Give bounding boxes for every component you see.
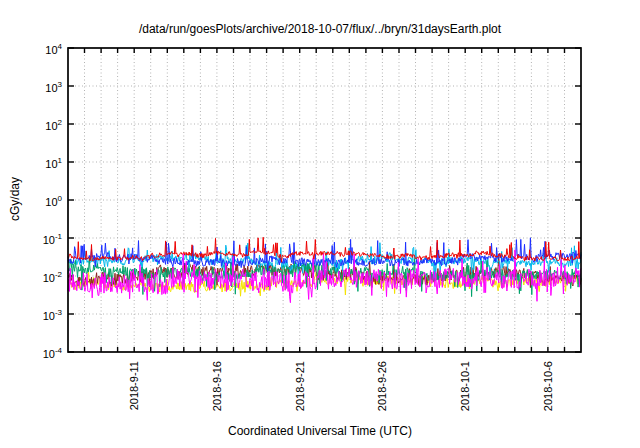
x-tick-label: 2018-9-21	[294, 361, 306, 411]
x-tick-label: 2018-10-6	[542, 361, 554, 411]
y-tick-label: 10-1	[2, 230, 62, 247]
y-tick-label: 102	[2, 116, 62, 133]
x-tick-label: 2018-9-26	[376, 361, 388, 411]
y-tick-label: 101	[2, 154, 62, 171]
y-tick-label: 100	[2, 192, 62, 209]
y-tick-label: 10-4	[2, 344, 62, 361]
plot-title: /data/run/goesPlots/archive/2018-10-07/f…	[0, 22, 640, 36]
plot-window: 2018-9-112018-9-162018-9-212018-9-262018…	[0, 0, 640, 448]
x-tick-label: 2018-9-11	[128, 361, 140, 410]
x-tick-label: 2018-9-16	[211, 361, 223, 411]
y-tick-label: 104	[2, 40, 62, 57]
x-axis-label: Coordinated Universal Time (UTC)	[0, 424, 640, 438]
y-tick-label: 103	[2, 78, 62, 95]
plot-area: 2018-9-112018-9-162018-9-212018-9-262018…	[0, 0, 640, 448]
y-tick-label: 10-2	[2, 268, 62, 285]
y-tick-label: 10-3	[2, 306, 62, 323]
x-tick-label: 2018-10-1	[459, 361, 471, 411]
